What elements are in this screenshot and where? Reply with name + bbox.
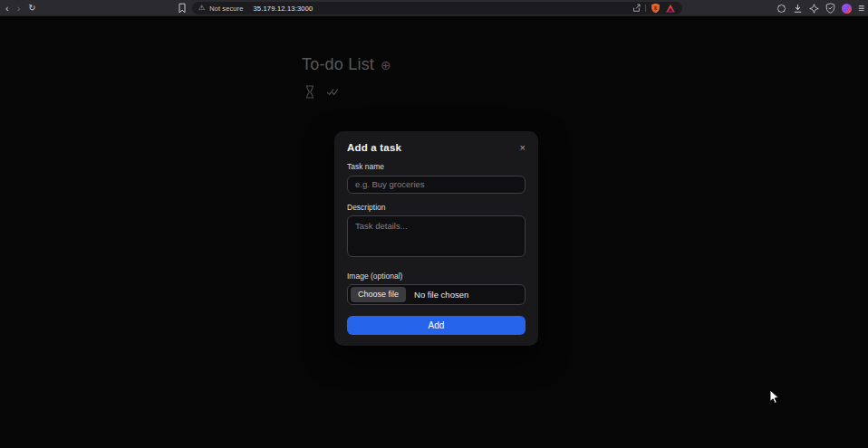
leo-ai-icon[interactable] <box>776 4 786 14</box>
back-button[interactable]: ‹ <box>5 4 9 14</box>
add-button[interactable]: Add <box>347 316 526 335</box>
forward-icon: › <box>17 4 21 14</box>
bookmark-icon[interactable] <box>178 3 187 14</box>
add-task-modal: Add a task × Task name Description Image… <box>334 131 538 346</box>
brave-rewards-icon[interactable] <box>665 4 676 14</box>
mouse-cursor <box>769 389 782 405</box>
nav-buttons: ‹ › ↻ <box>5 0 36 16</box>
forward-button[interactable]: › <box>17 4 21 14</box>
close-button[interactable]: × <box>520 143 526 153</box>
hamburger-icon: ≡ <box>858 2 864 14</box>
reload-icon: ↻ <box>28 4 35 13</box>
page-title-text: To-do List <box>302 55 374 74</box>
modal-header: Add a task × <box>347 142 526 153</box>
choose-file-button[interactable]: Choose file <box>351 287 406 302</box>
double-check-icon <box>326 87 340 97</box>
file-status-text: No file chosen <box>414 290 468 300</box>
completed-filter-button[interactable] <box>326 87 340 97</box>
shield-check-icon[interactable] <box>825 3 835 14</box>
menu-button[interactable]: ≡ <box>858 3 864 14</box>
browser-toolbar: ‹ › ↻ ⚠ Not secure 35.179.12.13:3000 <box>0 0 868 16</box>
task-filter-row <box>304 85 340 99</box>
task-name-input[interactable] <box>347 176 526 194</box>
wallet-icon[interactable] <box>809 4 819 14</box>
warning-icon: ⚠ <box>198 5 205 12</box>
add-task-icon[interactable]: ⊕ <box>381 59 391 71</box>
share-icon[interactable] <box>632 4 641 13</box>
profile-avatar[interactable] <box>842 4 852 14</box>
pending-filter-button[interactable] <box>304 85 315 99</box>
address-bar[interactable]: ⚠ Not secure 35.179.12.13:3000 <box>192 2 682 14</box>
download-icon[interactable] <box>793 4 803 14</box>
modal-title: Add a task <box>347 142 401 153</box>
description-label: Description <box>347 203 526 212</box>
task-name-label: Task name <box>347 162 526 171</box>
brave-shields-icon[interactable] <box>651 3 661 14</box>
hourglass-icon <box>304 85 315 99</box>
close-icon: × <box>520 142 526 153</box>
page-title: To-do List ⊕ <box>302 55 391 74</box>
back-icon: ‹ <box>5 4 9 14</box>
reload-button[interactable]: ↻ <box>28 4 35 13</box>
description-textarea[interactable] <box>347 215 526 257</box>
url-text: 35.179.12.13:3000 <box>253 5 313 13</box>
address-bar-divider <box>645 5 646 12</box>
file-input[interactable]: Choose file No file chosen <box>347 284 526 305</box>
image-label: Image (optional) <box>347 272 526 281</box>
security-label: Not secure <box>209 5 243 13</box>
toolbar-right-icons: ≡ <box>776 0 864 16</box>
